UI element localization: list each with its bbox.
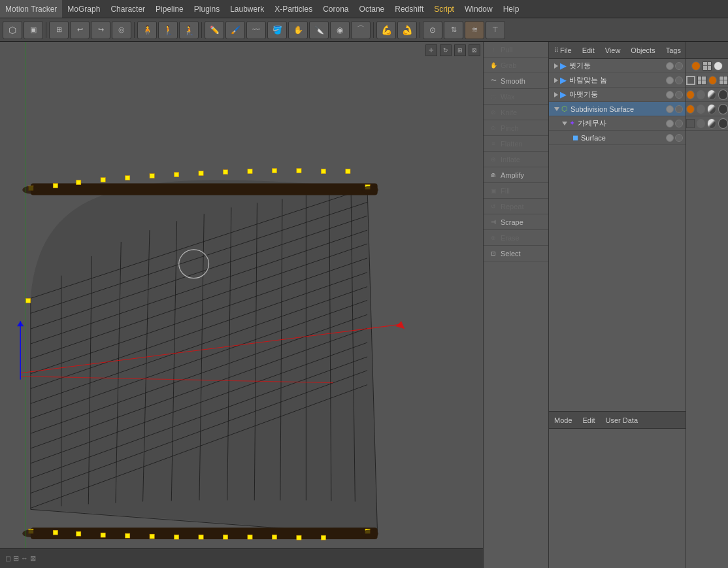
scene-menu-tags[interactable]: Tags	[663, 46, 684, 54]
icon-sphere-2[interactable]	[707, 90, 717, 100]
sculpt-tool-smooth[interactable]: 〜 Smooth	[484, 73, 548, 89]
menu-octane[interactable]: Octane	[354, 0, 390, 18]
ctrl-lock-0[interactable]	[675, 62, 683, 70]
icon-gray-2[interactable]	[697, 90, 705, 99]
menu-mograph[interactable]: MoGraph	[62, 0, 105, 18]
ctrl-vis-2[interactable]	[666, 91, 674, 99]
menu-xparticles[interactable]: X-Particles	[269, 0, 318, 18]
toolbar-figure-2[interactable]: 🚶	[158, 21, 178, 39]
toolbar-figure-1[interactable]: 🧍	[137, 21, 157, 39]
toolbar-sculpt-b[interactable]: ⌒	[351, 21, 371, 39]
icon-outline-1[interactable]	[686, 76, 695, 85]
ctrl-vis-1[interactable]	[666, 76, 674, 84]
scene-menu-edit[interactable]: Edit	[580, 46, 597, 54]
toolbar-sculpt-a[interactable]: ◉	[330, 21, 350, 39]
toolbar-ik[interactable]: ⇅	[444, 21, 463, 39]
icon-darksphere-3[interactable]	[718, 104, 728, 114]
scene-item-1[interactable]: ▶ 바람맞는 놈	[549, 73, 686, 88]
menu-help[interactable]: Help	[498, 0, 525, 18]
scene-item-2[interactable]: ▶ 아맷기둥	[549, 88, 686, 102]
icon-sq-4[interactable]	[686, 119, 695, 128]
sculpt-tool-wax[interactable]: ◌ Wax	[484, 89, 548, 105]
menu-script[interactable]: Script	[429, 0, 459, 18]
icon-orange-2[interactable]	[686, 90, 695, 99]
toolbar-btn-3[interactable]: ⊞	[49, 21, 69, 39]
toolbar-figure-3[interactable]: 🧎	[179, 21, 199, 39]
sculpt-tool-scrape[interactable]: ⊣ Scrape	[484, 214, 548, 230]
scene-item-5[interactable]: ◼ Surface	[549, 131, 686, 145]
vp-camera-icon[interactable]: ⊠	[469, 44, 480, 56]
toolbar-brush[interactable]: 🖌️	[225, 21, 245, 39]
ctrl-vis-4[interactable]	[666, 120, 674, 127]
menu-character[interactable]: Character	[105, 0, 150, 18]
menu-plugins[interactable]: Plugins	[189, 0, 225, 18]
sculpt-tool-inflate[interactable]: ⊕ Inflate	[484, 152, 548, 167]
icon-darksphere-4[interactable]	[718, 118, 728, 129]
toolbar-btn-4[interactable]: ↩	[70, 21, 90, 39]
ctrl-lock-1[interactable]	[675, 76, 683, 84]
menu-corona[interactable]: Corona	[318, 0, 354, 18]
menu-laubwerk[interactable]: Laubwerk	[225, 0, 269, 18]
toolbar-deform[interactable]: ≋	[465, 21, 484, 39]
sculpt-tool-grab[interactable]: ✋ Grab	[484, 58, 548, 73]
scene-menu-view[interactable]: View	[603, 46, 623, 54]
toolbar-joint[interactable]: ⊙	[423, 21, 442, 39]
toolbar-btn-2[interactable]: ▣	[24, 21, 43, 39]
sculpt-tool-repeat[interactable]: ↺ Repeat	[484, 199, 548, 214]
sculpt-tool-flatten[interactable]: ≡ Flatten	[484, 136, 548, 152]
icon-white-0[interactable]	[714, 61, 723, 71]
vp-rotate-icon[interactable]: ↻	[440, 44, 452, 56]
sculpt-tool-amplify[interactable]: ⋒ Amplify	[484, 167, 548, 183]
ctrl-vis-0[interactable]	[666, 62, 674, 70]
sculpt-tool-pinch[interactable]: ⊙ Pinch	[484, 120, 548, 136]
icon-orange-0[interactable]	[691, 61, 701, 71]
icon-gray-4[interactable]	[697, 119, 705, 128]
icon-grid-1b[interactable]	[719, 76, 728, 85]
canvas[interactable]: ✛ ↻ ⊞ ⊠	[0, 42, 483, 548]
scene-item-4[interactable]: ✦ 가케무사	[549, 116, 686, 131]
icon-gray-3[interactable]	[697, 105, 705, 114]
menu-pipeline[interactable]: Pipeline	[150, 0, 189, 18]
menu-window[interactable]: Window	[459, 0, 498, 18]
sculpt-tool-select[interactable]: ⊡ Select	[484, 246, 548, 261]
viewport[interactable]: ✛ ↻ ⊞ ⊠	[0, 42, 483, 568]
toolbar-knife[interactable]: 🔪	[309, 21, 329, 39]
ctrl-vis-3[interactable]	[666, 105, 674, 113]
toolbar-mirror[interactable]: ⊤	[486, 21, 505, 39]
ctrl-lock-2[interactable]	[675, 91, 683, 99]
icon-sphere-4[interactable]	[707, 118, 717, 129]
menu-redshift[interactable]: Redshift	[389, 0, 429, 18]
toolbar-bucket[interactable]: 🪣	[267, 21, 287, 39]
icon-darksphere-2[interactable]	[718, 90, 728, 100]
toolbar-pencil[interactable]: ✏️	[205, 21, 224, 39]
scene-menu-objects[interactable]: Objects	[628, 46, 657, 54]
bottom-menu-mode[interactable]: Mode	[552, 416, 575, 424]
sculpt-tool-knife[interactable]: ⊘ Knife	[484, 105, 548, 120]
toolbar-arm-r[interactable]: 💪	[397, 21, 417, 39]
ctrl-lock-5[interactable]	[675, 134, 683, 142]
sculpt-tool-fill[interactable]: ▣ Fill	[484, 183, 548, 199]
toolbar-smear[interactable]: 〰	[246, 21, 266, 39]
icon-orange-1[interactable]	[708, 76, 718, 85]
ctrl-lock-3[interactable]	[675, 105, 683, 113]
vp-move-icon[interactable]: ✛	[425, 44, 437, 56]
toolbar-btn-1[interactable]: ⬡	[3, 21, 22, 39]
scene-menu-file[interactable]: ⠿ File	[552, 46, 574, 54]
ctrl-lock-4[interactable]	[675, 120, 683, 127]
menu-motion-tracker[interactable]: Motion Tracker	[0, 0, 62, 18]
toolbar-arm-l[interactable]: 💪	[376, 21, 396, 39]
scene-item-3[interactable]: ⬡ Subdivision Surface	[549, 102, 686, 116]
bottom-menu-edit[interactable]: Edit	[580, 416, 598, 424]
vp-scale-icon[interactable]: ⊞	[454, 44, 466, 56]
icon-sphere-3[interactable]	[707, 104, 717, 114]
bottom-menu-userdata[interactable]: User Data	[603, 416, 641, 424]
icon-grid-1[interactable]	[697, 76, 706, 85]
toolbar-grab[interactable]: ✋	[288, 21, 308, 39]
sculpt-tool-pull[interactable]: ↑ Pull	[484, 42, 548, 58]
scene-item-0[interactable]: ▶ 윗기둥	[549, 59, 686, 73]
ctrl-vis-5[interactable]	[666, 134, 674, 142]
toolbar-btn-6[interactable]: ◎	[112, 21, 131, 39]
icon-orange-3[interactable]	[686, 105, 695, 114]
sculpt-tool-erase[interactable]: ⊗ Erase	[484, 230, 548, 246]
icon-grid-0[interactable]	[703, 61, 712, 71]
